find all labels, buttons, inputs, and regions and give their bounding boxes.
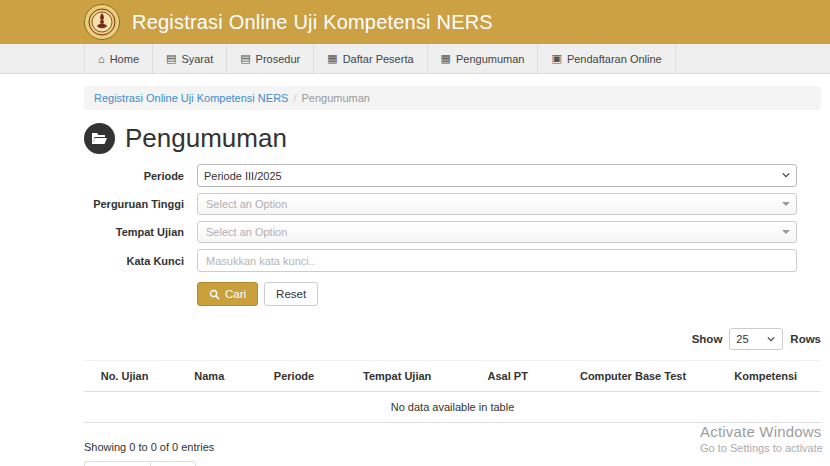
watermark-line2: Go to Settings to activate	[700, 442, 823, 454]
nav-label: Syarat	[181, 53, 213, 65]
reset-button[interactable]: Reset	[264, 282, 318, 306]
university-logo	[84, 4, 120, 40]
page-title: Pengumuman	[125, 123, 287, 154]
breadcrumb-root-link[interactable]: Registrasi Online Uji Kompetensi NERS	[94, 92, 288, 104]
page: Registrasi Online Uji Kompetensi NERS ⌂ …	[0, 0, 830, 466]
nav-item-pendaftaran-online[interactable]: ▣ Pendaftaran Online	[538, 44, 675, 73]
nav-item-prosedur[interactable]: ▤ Prosedur	[227, 44, 314, 73]
periode-label: Periode	[84, 170, 197, 182]
app-header: Registrasi Online Uji Kompetensi NERS	[0, 0, 830, 44]
column-header-asal-pt[interactable]: Asal PT	[460, 361, 556, 392]
reset-button-label: Reset	[276, 288, 306, 300]
rows-label: Rows	[790, 333, 821, 345]
nav-label: Daftar Peserta	[343, 53, 414, 65]
table-icon: ▦	[327, 52, 337, 65]
select-placeholder: Select an Option	[206, 226, 287, 238]
column-header-nama[interactable]: Nama	[165, 361, 253, 392]
list-icon: ▤	[240, 52, 250, 65]
form-row-periode: Periode Periode III/2025	[84, 164, 821, 187]
empty-message: No data available in table	[84, 392, 821, 423]
column-header-tempat-ujian[interactable]: Tempat Ujian	[335, 361, 460, 392]
column-header-no-ujian[interactable]: No. Ujian	[84, 361, 165, 392]
tempat-ujian-label: Tempat Ujian	[84, 226, 197, 238]
watermark-line1: Activate Windows	[700, 423, 823, 440]
form-actions: Cari Reset	[197, 282, 821, 306]
tempat-ujian-select[interactable]: Select an Option	[197, 221, 797, 243]
open-folder-icon	[91, 132, 108, 146]
nav-label: Pengumuman	[456, 53, 525, 65]
kata-kunci-label: Kata Kunci	[84, 255, 197, 267]
card-icon: ▣	[551, 52, 561, 65]
main-nav: ⌂ Home ▤ Syarat ▤ Prosedur ▦ Daftar Pese…	[0, 44, 830, 74]
folder-badge	[84, 123, 115, 154]
pagination: Previous Next	[84, 461, 196, 466]
show-label: Show	[692, 333, 723, 345]
search-button-label: Cari	[225, 288, 246, 300]
dropdown-arrow-icon	[782, 230, 790, 234]
perguruan-tinggi-select[interactable]: Select an Option	[197, 193, 797, 215]
page-header: Pengumuman	[84, 123, 821, 154]
dropdown-arrow-icon	[782, 202, 790, 206]
home-icon: ⌂	[98, 53, 105, 65]
search-icon	[209, 289, 220, 300]
kata-kunci-input[interactable]	[197, 249, 797, 272]
search-button[interactable]: Cari	[197, 282, 258, 306]
next-page-button[interactable]: Next	[150, 461, 197, 466]
nav-label: Prosedur	[256, 53, 301, 65]
form-row-perguruan-tinggi: Perguruan Tinggi Select an Option	[84, 193, 821, 215]
filter-form: Periode Periode III/2025 Perguruan Tingg…	[84, 164, 821, 306]
perguruan-tinggi-label: Perguruan Tinggi	[84, 198, 197, 210]
empty-row: No data available in table	[84, 392, 821, 423]
breadcrumb-separator: /	[293, 92, 296, 104]
nav-item-pengumuman[interactable]: ▦ Pengumuman	[428, 44, 539, 73]
nav-item-daftar-peserta[interactable]: ▦ Daftar Peserta	[314, 44, 427, 73]
results-table: No. Ujian Nama Periode Tempat Ujian Asal…	[84, 360, 821, 423]
nav-label: Pendaftaran Online	[567, 53, 662, 65]
form-row-kata-kunci: Kata Kunci	[84, 249, 821, 272]
column-header-periode[interactable]: Periode	[254, 361, 335, 392]
column-header-kompetensi[interactable]: Kompetensi	[710, 361, 821, 392]
nav-item-syarat[interactable]: ▤ Syarat	[153, 44, 227, 73]
breadcrumb: Registrasi Online Uji Kompetensi NERS/Pe…	[84, 86, 821, 110]
makara-emblem-icon	[87, 7, 117, 37]
table-icon: ▦	[441, 52, 451, 65]
nav-item-home[interactable]: ⌂ Home	[84, 44, 153, 73]
page-size-select[interactable]: 25	[729, 328, 783, 350]
activate-windows-watermark: Activate Windows Go to Settings to activ…	[700, 423, 823, 454]
table-header-row: No. Ujian Nama Periode Tempat Ujian Asal…	[84, 361, 821, 392]
select-placeholder: Select an Option	[206, 198, 287, 210]
periode-select[interactable]: Periode III/2025	[197, 164, 797, 187]
table-length-control: Show 25 Rows	[84, 328, 821, 350]
list-icon: ▤	[166, 52, 176, 65]
breadcrumb-current: Pengumuman	[301, 92, 370, 104]
nav-label: Home	[110, 53, 139, 65]
previous-page-button[interactable]: Previous	[84, 461, 150, 466]
form-row-tempat-ujian: Tempat Ujian Select an Option	[84, 221, 821, 243]
column-header-cbt[interactable]: Computer Base Test	[556, 361, 711, 392]
app-title: Registrasi Online Uji Kompetensi NERS	[132, 11, 493, 34]
